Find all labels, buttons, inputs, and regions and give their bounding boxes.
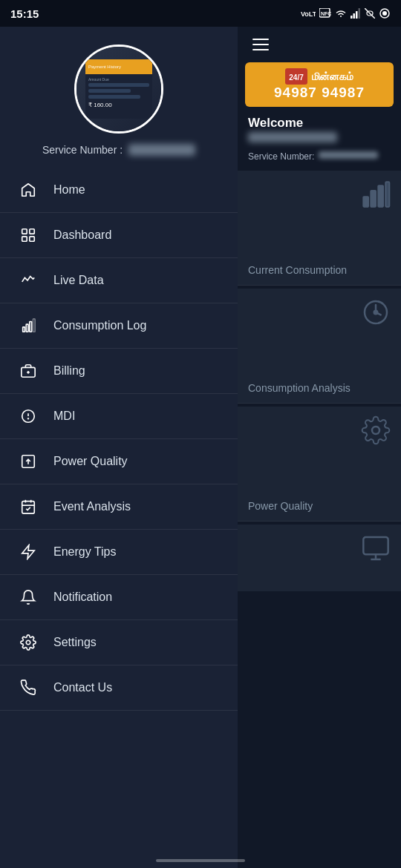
sidebar-item-label-notification: Notification xyxy=(53,591,112,604)
sidebar-item-mdi[interactable]: MDI xyxy=(0,394,238,439)
svg-rect-4 xyxy=(353,13,356,19)
banner-24-text: 24/7 xyxy=(289,73,303,82)
status-bar: 15:15 VoLTE NFC xyxy=(0,0,401,27)
sidebar-item-label-event-analysis: Event Analysis xyxy=(53,500,131,513)
service-number-label: Service Number : xyxy=(42,144,195,156)
svg-marker-31 xyxy=(22,545,35,559)
svg-rect-11 xyxy=(22,229,27,234)
sidebar-item-label-live-data: Live Data xyxy=(53,274,104,287)
cards-container: Current Consumption Consumption Analysis xyxy=(238,168,401,868)
consumption-log-icon xyxy=(18,315,39,336)
svg-rect-6 xyxy=(359,8,361,19)
main-layout: Payment History Amount Due ₹ 160.00 Serv… xyxy=(0,27,401,868)
bottom-bar xyxy=(156,859,245,862)
welcome-section: Welcome Service Number: xyxy=(238,113,401,168)
svg-rect-5 xyxy=(356,11,358,19)
svg-point-39 xyxy=(372,427,379,434)
avatar: Payment History Amount Due ₹ 160.00 xyxy=(74,45,163,134)
tneb-banner: 24/7 மின்னகம் 94987 94987 xyxy=(245,62,394,107)
card-fourth[interactable] xyxy=(238,525,401,591)
sidebar-item-label-dashboard: Dashboard xyxy=(53,228,111,242)
banner-phone: 94987 94987 xyxy=(274,85,365,101)
monitor-icon xyxy=(361,533,391,563)
event-analysis-icon xyxy=(18,496,39,517)
svg-rect-3 xyxy=(351,16,353,19)
gear-icon xyxy=(361,415,391,445)
sidebar-item-notification[interactable]: Notification xyxy=(0,575,238,620)
clock-chart-icon xyxy=(361,297,391,327)
sidebar-item-label-mdi: MDI xyxy=(53,410,75,423)
settings-icon xyxy=(18,632,39,653)
service-number-blur xyxy=(128,144,195,156)
sidebar-item-home[interactable]: Home xyxy=(0,168,238,213)
card-2-label: Consumption Analysis xyxy=(238,375,401,403)
sidebar-item-power-quality[interactable]: Power Quality xyxy=(0,439,238,484)
svg-rect-40 xyxy=(363,537,388,554)
svg-rect-35 xyxy=(378,185,383,206)
card-consumption-analysis[interactable]: Consumption Analysis xyxy=(238,289,401,404)
live-data-icon xyxy=(18,270,39,291)
card-1-label: Current Consumption xyxy=(238,257,401,285)
volte-icon: VoLTE xyxy=(301,8,316,19)
sidebar-item-label-settings: Settings xyxy=(53,636,97,649)
contact-us-icon xyxy=(18,677,39,698)
card-2-icon-area xyxy=(361,297,391,330)
sidebar: Payment History Amount Due ₹ 160.00 Serv… xyxy=(0,27,238,868)
svg-point-32 xyxy=(26,640,30,645)
svg-rect-34 xyxy=(371,191,376,207)
sidebar-item-event-analysis[interactable]: Event Analysis xyxy=(0,484,238,530)
svg-rect-18 xyxy=(33,319,35,332)
hamburger-line-3 xyxy=(252,49,269,50)
svg-rect-15 xyxy=(23,327,25,332)
sidebar-item-dashboard[interactable]: Dashboard xyxy=(0,213,238,258)
svg-rect-36 xyxy=(385,182,389,206)
welcome-name-blur xyxy=(248,132,337,142)
status-icons: VoLTE NFC xyxy=(301,7,391,19)
home-icon xyxy=(18,180,39,200)
svg-point-38 xyxy=(374,311,378,315)
svg-rect-13 xyxy=(22,237,27,241)
welcome-service-label: Service Number: xyxy=(248,151,314,162)
welcome-title: Welcome xyxy=(248,116,391,131)
sidebar-item-settings[interactable]: Settings xyxy=(0,620,238,665)
sidebar-item-label-consumption-log: Consumption Log xyxy=(53,319,146,332)
mute-icon xyxy=(365,8,375,19)
svg-text:NFC: NFC xyxy=(321,11,331,16)
bar-chart-icon xyxy=(361,180,391,209)
card-3-icon-area xyxy=(361,415,391,448)
svg-text:VoLTE: VoLTE xyxy=(301,10,316,18)
sidebar-item-billing[interactable]: Billing xyxy=(0,349,238,394)
svg-point-10 xyxy=(382,11,387,16)
hamburger-button[interactable] xyxy=(250,36,272,53)
sidebar-item-live-data[interactable]: Live Data xyxy=(0,258,238,303)
sidebar-item-energy-tips[interactable]: Energy Tips xyxy=(0,530,238,575)
svg-point-24 xyxy=(28,418,29,419)
profile-section: Payment History Amount Due ₹ 160.00 Serv… xyxy=(0,27,238,168)
record-icon xyxy=(379,7,391,19)
nfc-icon: NFC xyxy=(319,8,331,19)
sidebar-item-label-energy-tips: Energy Tips xyxy=(53,545,116,559)
svg-rect-33 xyxy=(363,197,368,206)
svg-rect-12 xyxy=(30,229,34,234)
svg-rect-27 xyxy=(22,502,35,514)
banner-tamil-text: மின்னகம் xyxy=(312,70,353,83)
sidebar-item-label-home: Home xyxy=(53,183,85,197)
welcome-service-number-blur xyxy=(319,151,378,159)
svg-rect-14 xyxy=(30,237,34,241)
panel-header xyxy=(238,27,401,62)
card-3-label: Power Quality xyxy=(238,493,401,521)
power-quality-icon xyxy=(18,451,39,472)
sidebar-item-consumption-log[interactable]: Consumption Log xyxy=(0,303,238,349)
payment-card-mini: Payment History Amount Due ₹ 160.00 xyxy=(85,59,152,119)
svg-line-7 xyxy=(365,8,375,19)
notification-icon xyxy=(18,587,39,608)
nav-list: Home Dashboard Live Data xyxy=(0,168,238,838)
card-current-consumption[interactable]: Current Consumption xyxy=(238,171,401,286)
svg-rect-16 xyxy=(26,324,28,332)
sidebar-item-label-power-quality: Power Quality xyxy=(53,455,128,468)
hamburger-line-2 xyxy=(252,44,269,45)
sidebar-item-label-contact-us: Contact Us xyxy=(53,681,112,694)
hamburger-line-1 xyxy=(252,39,269,40)
card-power-quality[interactable]: Power Quality xyxy=(238,407,401,522)
sidebar-item-contact-us[interactable]: Contact Us xyxy=(0,665,238,711)
